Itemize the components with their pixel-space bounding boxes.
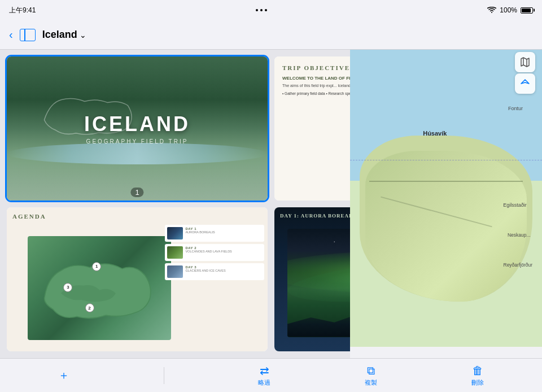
map-neskaup-label: Neskaup... <box>508 232 531 238</box>
title-chevron[interactable]: ⌄ <box>80 31 86 40</box>
slide-3[interactable]: AGENDA 1 2 3 <box>7 207 268 351</box>
iceland-map-svg <box>35 241 164 333</box>
slide-1-background: ICELAND GEOGRAPHY FIELD TRIP <box>7 56 268 201</box>
document-title: Iceland <box>42 29 77 41</box>
map-husavik-label: Húsavík <box>423 130 447 137</box>
day-marker-3: 3 <box>63 283 72 292</box>
day-card-1: DAY 1 AURORA BOREALIS <box>165 225 264 242</box>
back-button[interactable]: ‹ <box>9 28 13 41</box>
battery-icon <box>521 7 533 14</box>
add-icon: ＋ <box>58 368 69 383</box>
map-egilsstadir-label: Egilsstaðir <box>503 202 527 208</box>
map-dotted-line <box>350 160 542 160</box>
status-bar: 上午9:41 100% <box>0 0 542 20</box>
slide-1-number: 1 <box>130 188 143 197</box>
nav-bar: ‹ Iceland ⌄ <box>0 20 542 50</box>
status-right: 100% <box>487 6 533 14</box>
document-icon <box>20 29 36 41</box>
skip-icon: ⇄ <box>260 364 269 377</box>
duplicate-button[interactable]: ⧉ 複製 <box>365 364 377 387</box>
day-2-subtitle: VOLCANOES AND LAVA FIELDS <box>185 250 262 254</box>
map-background: Húsavík Fontur Egilsstaðir Neskaup... Re… <box>350 45 542 347</box>
day-1-subtitle: AURORA BOREALIS <box>185 230 262 234</box>
status-dots <box>256 9 267 11</box>
location-button[interactable] <box>515 73 535 94</box>
slide-3-header: AGENDA <box>12 213 262 220</box>
slide-3-background: AGENDA 1 2 3 <box>7 207 268 351</box>
title-group: Iceland ⌄ <box>42 29 86 41</box>
skip-button[interactable]: ⇄ 略過 <box>258 364 270 387</box>
delete-icon: 🗑 <box>472 364 483 377</box>
slide-1[interactable]: ICELAND GEOGRAPHY FIELD TRIP 1 <box>7 56 268 201</box>
map-icon <box>519 56 531 68</box>
day-marker-2: 2 <box>85 303 94 312</box>
map-icon-button[interactable] <box>515 52 535 72</box>
location-arrow-icon <box>520 79 530 89</box>
map-panel: Húsavík Fontur Egilsstaðir Neskaup... Re… <box>350 20 542 392</box>
slide-1-title: ICELAND <box>84 112 190 136</box>
day-card-img-2 <box>167 246 183 259</box>
slide-1-subtitle: GEOGRAPHY FIELD TRIP <box>86 138 189 145</box>
battery-percent: 100% <box>500 6 517 14</box>
bottom-toolbar: ＋ ⇄ 略過 ⧉ 複製 🗑 刪除 <box>0 358 542 392</box>
map-fontur-label: Fontur <box>508 106 523 111</box>
duplicate-label: 複製 <box>365 378 377 387</box>
day-3-subtitle: GLACIERS AND ICE CAVES <box>185 269 262 273</box>
day-card-3: DAY 3 GLACIERS AND ICE CAVES <box>165 263 264 280</box>
duplicate-icon: ⧉ <box>367 364 375 377</box>
day-card-img-1 <box>167 227 183 239</box>
wifi-icon <box>487 7 496 14</box>
status-time: 上午9:41 <box>9 6 36 15</box>
map-road-1 <box>369 181 523 182</box>
map-land-detail <box>365 151 527 302</box>
map-content: Húsavík Fontur Egilsstaðir Neskaup... Re… <box>350 45 542 347</box>
delete-button[interactable]: 🗑 刪除 <box>471 364 484 387</box>
delete-label: 刪除 <box>471 378 484 387</box>
map-rey-label: Reyðarfjörður <box>504 262 533 268</box>
skip-label: 略過 <box>258 378 270 387</box>
map-controls <box>515 52 535 94</box>
add-slide-button[interactable]: ＋ <box>58 368 69 383</box>
day-card-2: DAY 2 VOLCANOES AND LAVA FIELDS <box>165 244 264 261</box>
toolbar-separator-1 <box>164 367 164 384</box>
slide-3-days: DAY 1 AURORA BOREALIS DAY 2 VOLCANOES AN… <box>165 225 264 280</box>
slide-3-map: 1 2 3 <box>28 236 171 340</box>
day-card-img-3 <box>167 265 183 278</box>
